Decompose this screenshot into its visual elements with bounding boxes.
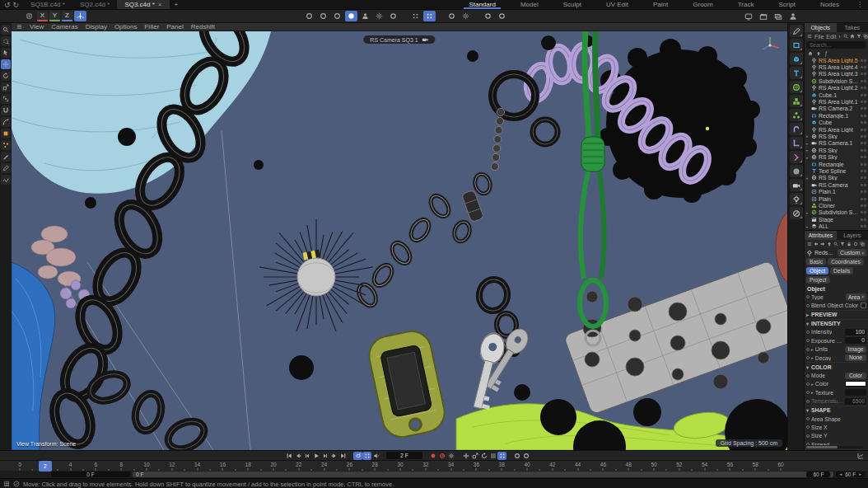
- panel-tab-attributes[interactable]: Attributes: [805, 231, 837, 240]
- remove-icon[interactable]: [482, 11, 494, 21]
- attribute-checkbox[interactable]: [861, 303, 866, 308]
- play-button[interactable]: [311, 452, 320, 460]
- object-manager-menu-edit[interactable]: Edit: [826, 34, 836, 40]
- material-tool[interactable]: [790, 207, 803, 219]
- object-visibility-toggles[interactable]: [861, 121, 866, 124]
- snap-tool[interactable]: [1, 106, 11, 115]
- twist-deformer-tool[interactable]: [790, 151, 803, 163]
- key-scale-toggle[interactable]: [470, 452, 479, 460]
- home-icon[interactable]: [808, 51, 813, 56]
- attribute-value-button[interactable]: None: [845, 354, 866, 361]
- next-frame-button[interactable]: [320, 452, 329, 460]
- object-visibility-toggles[interactable]: [861, 142, 866, 144]
- timeline-window-button[interactable]: [856, 452, 865, 460]
- document-tab[interactable]: SQ3.c4d *×: [117, 0, 169, 9]
- pose-icon[interactable]: [373, 11, 385, 21]
- object-visibility-toggles[interactable]: [861, 218, 866, 221]
- current-frame-field[interactable]: 2 F: [386, 452, 422, 459]
- panel-tab-objects[interactable]: Objects: [805, 23, 837, 32]
- autokey-toggle[interactable]: A: [437, 452, 446, 460]
- attribute-group-shape[interactable]: ▾SHAPE: [806, 406, 866, 415]
- layout-tab-uv-edit[interactable]: UV Edit: [594, 0, 641, 9]
- object-tree-item[interactable]: Plain.1: [805, 188, 868, 195]
- object-visibility-toggles[interactable]: [861, 94, 866, 96]
- object-tree-item[interactable]: ▸RS Sky: [805, 147, 868, 153]
- layout-overflow-button[interactable]: ⋮: [852, 0, 868, 9]
- object-visibility-toggles[interactable]: [861, 87, 866, 89]
- points-tool[interactable]: [1, 140, 11, 150]
- object-tree-item[interactable]: RS Area Light.1: [805, 98, 868, 105]
- object-visibility-toggles[interactable]: [861, 190, 866, 193]
- live-selection-tool[interactable]: [1, 36, 11, 46]
- grid-snap-icon[interactable]: [423, 11, 436, 21]
- panel-tab-layers[interactable]: Layers: [837, 231, 868, 240]
- axis-lock-z-button[interactable]: Z: [62, 12, 72, 21]
- object-tree-item[interactable]: Stage: [805, 216, 868, 223]
- disable-icon[interactable]: [496, 11, 508, 21]
- object-tree-item[interactable]: RS Camera.2: [805, 106, 868, 112]
- object-visibility-toggles[interactable]: [861, 149, 866, 152]
- object-visibility-toggles[interactable]: [861, 170, 866, 172]
- cube-primitive-tool[interactable]: [790, 53, 803, 65]
- particles-icon[interactable]: [460, 11, 472, 21]
- object-tree-item[interactable]: Plain: [805, 195, 868, 202]
- axis-modifier-tool[interactable]: [790, 137, 803, 149]
- funnel-icon[interactable]: [840, 242, 845, 246]
- object-tree-item[interactable]: RS Area Light.2: [805, 85, 868, 92]
- menu-icon[interactable]: [807, 242, 812, 246]
- viewport-menu-view[interactable]: View: [30, 23, 44, 30]
- object-tree-item[interactable]: ▸ALL: [805, 223, 868, 229]
- arrow-left-icon[interactable]: [814, 242, 819, 246]
- object-tree-item[interactable]: Rectangle: [805, 161, 868, 167]
- object-visibility-toggles[interactable]: [861, 176, 866, 179]
- keyframe-dot-icon[interactable]: [806, 400, 810, 403]
- home-icon[interactable]: [850, 34, 855, 39]
- layout-tab-paint[interactable]: Paint: [641, 0, 680, 9]
- attribute-value-field[interactable]: 6500: [845, 398, 866, 405]
- document-tab[interactable]: SQ1B.c4d *: [23, 0, 72, 9]
- keyframe-dot-icon[interactable]: [806, 339, 810, 342]
- object-visibility-toggles[interactable]: [861, 156, 866, 158]
- keyframe-dot-icon[interactable]: [806, 331, 810, 334]
- goto-start-button[interactable]: [284, 452, 293, 460]
- undo-icon[interactable]: ↺: [4, 1, 11, 9]
- render-view-icon[interactable]: [742, 11, 754, 21]
- object-visibility-toggles[interactable]: [861, 73, 866, 75]
- solo-selected-button[interactable]: [521, 452, 530, 460]
- viewport-menu-cameras[interactable]: Cameras: [51, 23, 77, 30]
- attribute-value-field[interactable]: 0: [845, 337, 866, 344]
- text-spline-tool[interactable]: [790, 67, 803, 79]
- viewport-menu-panel[interactable]: Panel: [166, 23, 183, 30]
- preview-range-bar[interactable]: 0 F 60 F: [133, 472, 833, 477]
- ring-gear-icon[interactable]: [387, 11, 399, 21]
- timeline-ruler[interactable]: 0246810121416182022242628303234363840424…: [0, 460, 868, 471]
- object-tree-item[interactable]: Text Spline: [805, 167, 868, 174]
- object-visibility-toggles[interactable]: [861, 225, 866, 228]
- render-settings-icon[interactable]: [757, 11, 769, 21]
- object-visibility-toggles[interactable]: [861, 66, 866, 68]
- cloth-icon[interactable]: [317, 11, 329, 21]
- object-manager-menu-icon[interactable]: [807, 34, 812, 39]
- attribute-select[interactable]: Area▾: [846, 293, 866, 301]
- arrow-up-icon[interactable]: [816, 51, 821, 56]
- object-visibility-toggles[interactable]: [861, 115, 866, 117]
- solo-off-button[interactable]: [512, 452, 521, 460]
- attribute-value-button[interactable]: Color: [845, 373, 866, 379]
- sound-toggle[interactable]: [371, 452, 380, 460]
- layout-tab-model[interactable]: Model: [508, 0, 551, 9]
- keyframe-dot-icon[interactable]: [806, 348, 810, 351]
- layout-tab-sculpt[interactable]: Sculpt: [551, 0, 594, 9]
- spline-pen-tool[interactable]: [790, 25, 803, 37]
- layout-tab-track[interactable]: Track: [726, 0, 767, 9]
- viewport-menu-display[interactable]: Display: [86, 23, 107, 30]
- simulate-icon[interactable]: [303, 11, 315, 21]
- keyframe-dot-icon[interactable]: [806, 356, 810, 359]
- search-icon[interactable]: [843, 34, 848, 39]
- redo-icon[interactable]: ↻: [13, 1, 20, 9]
- gizmo-box-icon[interactable]: [23, 11, 35, 21]
- arrow-right-icon[interactable]: [820, 242, 825, 246]
- object-tree-item[interactable]: RS Area Light.5: [805, 57, 868, 63]
- attribute-group-intensity[interactable]: ▾INTENSITY: [806, 319, 866, 328]
- object-visibility-toggles[interactable]: [861, 80, 866, 82]
- attribute-value-button[interactable]: Image: [845, 346, 866, 353]
